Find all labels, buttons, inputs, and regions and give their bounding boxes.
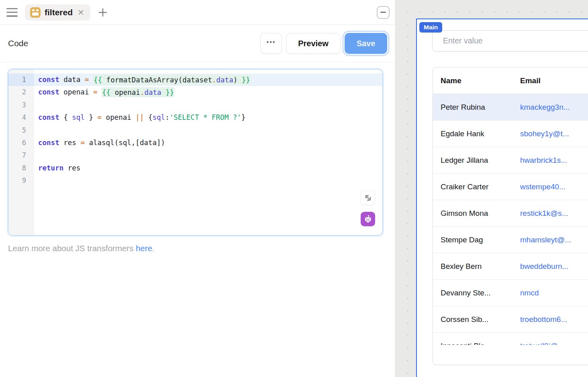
cell-email-link[interactable]: troebottom6... (520, 315, 588, 324)
cell-name: Egdale Hank (433, 129, 520, 138)
line-number: 1 (8, 74, 34, 86)
table-body[interactable]: Peter Rubinakmackegg3n...Egdale Hanksboh… (433, 94, 588, 345)
selection-tag[interactable]: Main (419, 22, 442, 33)
cell-email-link[interactable]: nmcd (520, 289, 588, 297)
table-row[interactable]: Devanny Ste...nmcd (433, 280, 588, 306)
code-area[interactable]: const data = {{ formatDataAsArray(datase… (34, 70, 382, 235)
cell-name: Craiker Carter (433, 182, 520, 191)
more-options-button[interactable]: ••• (260, 33, 282, 54)
line-number: 2 (8, 86, 34, 98)
line-number-gutter: 123456789 (8, 70, 34, 235)
line-number: 7 (8, 149, 34, 162)
code-line[interactable] (34, 174, 382, 187)
cell-email-link[interactable]: kmackegg3n... (520, 103, 588, 112)
table-row[interactable]: Craiker Carterwstempe40... (433, 174, 588, 200)
line-number: 5 (8, 124, 34, 137)
main-container-frame[interactable]: Main Name Email Peter Rubinakmackegg3n..… (416, 18, 588, 377)
minimize-panel-button[interactable] (377, 6, 390, 19)
code-line[interactable] (34, 149, 382, 162)
tab-bar: filtered ✕ (0, 0, 395, 25)
table-row[interactable]: Stempe Dagmhamsleyt@... (433, 227, 588, 253)
column-header-email[interactable]: Email (520, 76, 588, 85)
code-line[interactable]: const { sql } = openai || {sql:'SELECT *… (34, 111, 382, 124)
close-icon[interactable]: ✕ (77, 8, 85, 16)
table-row[interactable]: Innocenti Bla...tretwell9i@... (433, 333, 588, 345)
table-row[interactable]: Peter Rubinakmackegg3n... (433, 94, 588, 121)
cell-name: Ledger Jillana (433, 156, 520, 165)
save-button[interactable]: Save (345, 33, 387, 54)
section-title: Code (8, 39, 260, 48)
tab-title: filtered (45, 8, 73, 17)
editor-panel: filtered ✕ Code ••• Preview Save 1234567… (0, 0, 396, 377)
column-header-name[interactable]: Name (433, 76, 520, 85)
cell-email-link[interactable]: mhamsleyt@... (520, 236, 588, 244)
template-expression: {{ openai.data }} (102, 87, 174, 97)
minus-icon (380, 12, 386, 13)
value-input[interactable] (432, 30, 588, 51)
template-expression: {{ formatDataAsArray(dataset.data) }} (93, 75, 251, 85)
table-row[interactable]: Bexley Bernbweddeburn... (433, 253, 588, 280)
line-number: 8 (8, 162, 34, 174)
code-editor[interactable]: 123456789 const data = {{ formatDataAsAr… (8, 69, 383, 236)
line-number: 6 (8, 137, 34, 149)
learn-more-text: Learn more about JS transformers here. (8, 244, 155, 253)
cell-email-link[interactable]: tretwell9i@... (520, 342, 588, 345)
code-line[interactable] (34, 124, 382, 137)
cell-name: Innocenti Bla... (433, 342, 520, 345)
cell-name: Devanny Ste... (433, 289, 520, 297)
cell-email-link[interactable]: restick1k@s... (520, 209, 588, 218)
learn-more-suffix: . (152, 244, 155, 253)
expand-icon (364, 194, 372, 202)
table-header-row: Name Email (433, 68, 588, 94)
cell-name: Peter Rubina (433, 103, 520, 112)
hamburger-menu-icon[interactable] (6, 8, 18, 17)
data-table[interactable]: Name Email Peter Rubinakmackegg3n...Egda… (433, 67, 588, 365)
table-row[interactable]: Corssen Sib...troebottom6... (433, 306, 588, 333)
tab-filtered[interactable]: filtered ✕ (25, 4, 90, 20)
line-number: 9 (8, 174, 34, 187)
code-line[interactable]: const data = {{ formatDataAsArray(datase… (34, 74, 382, 86)
cell-name: Corssen Sib... (433, 315, 520, 324)
cell-name: Stempe Dag (433, 236, 520, 244)
app-window: filtered ✕ Code ••• Preview Save 1234567… (0, 0, 588, 377)
cell-email-link[interactable]: hwarbrick1s... (520, 156, 588, 165)
robot-icon (363, 215, 372, 223)
expand-editor-button[interactable] (361, 191, 375, 205)
line-number: 4 (8, 111, 34, 124)
learn-more-prefix: Learn more about JS transformers (8, 244, 136, 253)
transformer-icon (30, 7, 41, 18)
app-canvas[interactable]: Main Name Email Peter Rubinakmackegg3n..… (396, 0, 588, 377)
table-row[interactable]: Gimson Monarestick1k@s... (433, 200, 588, 227)
line-number: 3 (8, 99, 34, 111)
code-line[interactable]: const openai = {{ openai.data }} (34, 86, 382, 98)
cell-name: Bexley Bern (433, 262, 520, 271)
code-line[interactable] (34, 99, 382, 111)
cell-email-link[interactable]: bweddeburn... (520, 262, 588, 271)
code-toolbar: Code ••• Preview Save (0, 25, 395, 62)
learn-more-link[interactable]: here (136, 244, 152, 253)
cell-email-link[interactable]: sbohey1y@t... (520, 129, 588, 138)
preview-button[interactable]: Preview (286, 33, 341, 54)
ai-assistant-button[interactable] (361, 212, 375, 226)
cell-email-link[interactable]: wstempe40... (520, 182, 588, 191)
code-line[interactable]: return res (34, 162, 382, 174)
plus-icon (97, 6, 109, 18)
table-row[interactable]: Ledger Jillanahwarbrick1s... (433, 147, 588, 174)
code-line[interactable]: const res = alasql(sql,[data]) (34, 137, 382, 149)
cell-name: Gimson Mona (433, 209, 520, 218)
add-tab-button[interactable] (97, 6, 109, 18)
table-row[interactable]: Egdale Hanksbohey1y@t... (433, 121, 588, 147)
